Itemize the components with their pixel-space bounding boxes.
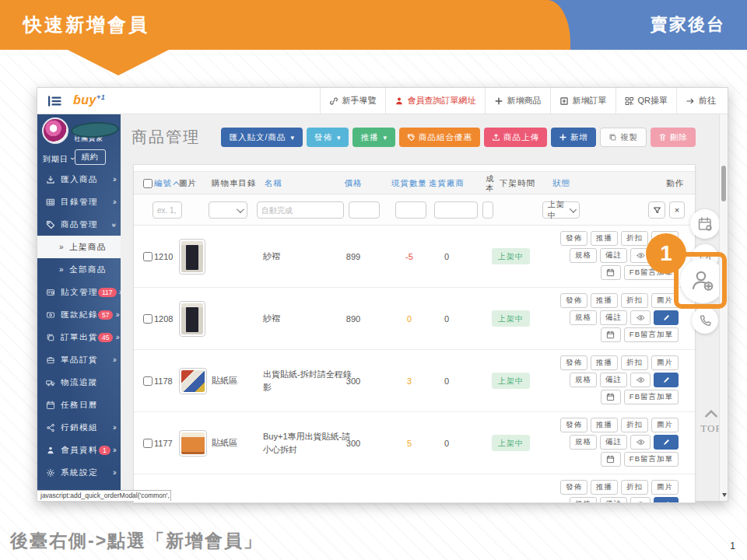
row-schedule-button[interactable]: [601, 265, 621, 280]
row-note-button[interactable]: 備註: [600, 248, 627, 263]
row-edit-button[interactable]: [654, 373, 679, 387]
row-note-button[interactable]: 備註: [600, 435, 627, 450]
support-button[interactable]: [692, 307, 718, 334]
filter-stock-input[interactable]: [395, 201, 426, 219]
filter-clear-button[interactable]: ×: [669, 201, 685, 219]
row-discount-button[interactable]: 折扣: [621, 355, 648, 370]
avatar[interactable]: [42, 117, 68, 144]
row-push-button[interactable]: 推播: [591, 293, 618, 308]
sidebar-item-catalog[interactable]: 目錄管理: [37, 191, 121, 213]
col-id[interactable]: 編號: [154, 172, 180, 195]
row-discount-button[interactable]: 折扣: [621, 293, 648, 308]
push-button[interactable]: 推播: [352, 128, 395, 147]
sidebar-item-single-order[interactable]: 單品訂貨: [37, 348, 121, 371]
row-view-button[interactable]: [630, 373, 651, 387]
row-spec-button[interactable]: 規格: [570, 310, 597, 325]
sidebar-item-marketing[interactable]: 行銷模組: [37, 416, 121, 439]
row-fb-comment-button[interactable]: FB留言加單: [624, 327, 679, 342]
nav-item-qr-order[interactable]: QR操單: [615, 88, 677, 114]
filter-supplier-input[interactable]: [434, 201, 478, 219]
scroll-down-arrow-icon[interactable]: [722, 493, 727, 497]
col-status[interactable]: 狀態: [552, 172, 570, 195]
row-spec-button[interactable]: 規格: [570, 435, 597, 450]
nav-item-go[interactable]: 前往: [676, 88, 724, 114]
row-publish-button[interactable]: 發佈: [560, 293, 587, 308]
row-note-button[interactable]: 備註: [600, 373, 627, 387]
row-publish-button[interactable]: 發佈: [560, 355, 587, 370]
row-push-button[interactable]: 推播: [591, 355, 618, 370]
row-schedule-button[interactable]: [601, 390, 621, 404]
add-button[interactable]: 新增: [551, 128, 596, 147]
row-schedule-button[interactable]: [601, 327, 621, 342]
sidebar-toggle-icon[interactable]: [47, 93, 62, 109]
row-publish-button[interactable]: 發佈: [560, 418, 587, 432]
filter-price-input[interactable]: [349, 201, 380, 219]
product-upload-button[interactable]: 商品上傳: [484, 128, 547, 147]
row-view-button[interactable]: [630, 310, 651, 325]
row-checkbox[interactable]: [143, 376, 153, 386]
col-name[interactable]: 名稱: [265, 172, 282, 195]
row-note-button[interactable]: 備註: [600, 497, 627, 503]
sidebar-item-order-shipping[interactable]: 訂單出貨 45: [37, 326, 121, 348]
row-checkbox[interactable]: [143, 252, 153, 261]
sidebar-item-task-calendar[interactable]: 任務日曆: [37, 394, 121, 416]
row-spec-button[interactable]: 規格: [570, 373, 597, 387]
row-image-button[interactable]: 圖片: [651, 418, 679, 432]
sidebar-item-settings[interactable]: 系統設定: [37, 461, 121, 484]
filter-id-input[interactable]: [153, 201, 182, 219]
filter-status-select[interactable]: 上架中: [542, 201, 580, 219]
row-checkbox[interactable]: [143, 314, 153, 324]
row-discount-button[interactable]: 折扣: [621, 418, 648, 432]
sidebar-item-listed-products[interactable]: 上架商品: [37, 236, 121, 258]
copy-button[interactable]: 複製: [600, 128, 647, 147]
scrollbar-thumb[interactable]: [721, 166, 726, 201]
combo-discount-button[interactable]: 商品組合優惠: [399, 128, 480, 147]
sidebar-item-logistics[interactable]: 物流追蹤: [37, 371, 121, 394]
import-posts-products-button[interactable]: 匯入貼文/商品: [221, 128, 302, 147]
row-edit-button[interactable]: [654, 497, 679, 503]
filter-cart-select[interactable]: [209, 201, 247, 219]
sidebar-item-posts[interactable]: 貼文管理 117: [37, 281, 121, 303]
row-image-button[interactable]: 圖片: [651, 355, 679, 370]
sidebar-item-members[interactable]: 會員資料 1: [37, 439, 121, 461]
row-discount-button[interactable]: 折扣: [621, 231, 648, 246]
col-price[interactable]: 價格: [333, 172, 374, 195]
row-schedule-button[interactable]: [601, 452, 621, 467]
sidebar-item-product-mgmt[interactable]: 商品管理: [37, 213, 121, 236]
filter-apply-button[interactable]: [648, 201, 665, 219]
row-fb-comment-button[interactable]: FB留言加單: [624, 390, 679, 404]
delete-button[interactable]: 刪除: [651, 128, 696, 147]
row-edit-button[interactable]: [654, 435, 679, 450]
row-view-button[interactable]: [630, 497, 651, 503]
nav-item-add-order[interactable]: 新增訂單: [550, 88, 615, 114]
row-push-button[interactable]: 推播: [591, 418, 618, 432]
quick-calendar-button[interactable]: [690, 209, 720, 239]
filter-name-input[interactable]: [257, 201, 344, 219]
row-spec-button[interactable]: 規格: [570, 248, 597, 263]
filter-cost-input[interactable]: [482, 201, 493, 219]
row-discount-button[interactable]: 折扣: [621, 480, 648, 495]
nav-item-member-order-url[interactable]: 會員查詢訂單網址: [385, 88, 485, 114]
row-fb-comment-button[interactable]: FB留言加單: [624, 452, 679, 467]
expiry-dropdown[interactable]: 到期日: [43, 154, 74, 165]
row-push-button[interactable]: 推播: [591, 480, 618, 495]
row-publish-button[interactable]: 發佈: [560, 480, 587, 495]
renew-button[interactable]: 續約: [75, 149, 106, 165]
col-supplier[interactable]: 進貨廠商: [419, 172, 475, 195]
nav-item-guide[interactable]: 新手導覽: [320, 88, 385, 114]
sidebar-item-import-products[interactable]: 匯入商品: [37, 168, 121, 191]
row-publish-button[interactable]: 發佈: [560, 231, 587, 246]
sidebar-item-all-products[interactable]: 全部商品: [37, 258, 121, 281]
select-all-checkbox[interactable]: [143, 179, 153, 188]
row-view-button[interactable]: [630, 435, 651, 450]
product-thumbnail[interactable]: [179, 239, 205, 275]
app-logo[interactable]: ɓuy+1: [73, 93, 105, 107]
product-thumbnail[interactable]: [179, 368, 207, 394]
publish-button[interactable]: 發佈: [307, 128, 349, 147]
row-spec-button[interactable]: 規格: [570, 497, 597, 503]
row-image-button[interactable]: 圖片: [651, 480, 679, 495]
product-thumbnail[interactable]: [179, 301, 205, 337]
row-note-button[interactable]: 備註: [600, 310, 627, 325]
sidebar-item-remittance[interactable]: 匯款紀錄 57: [37, 303, 121, 326]
row-checkbox[interactable]: [143, 439, 153, 448]
